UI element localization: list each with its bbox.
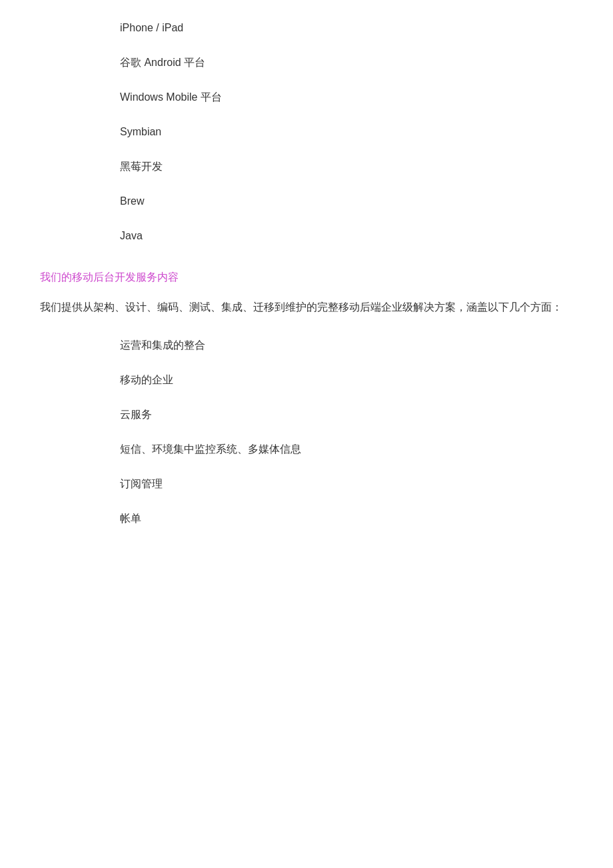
list-item: iPhone / iPad [120,20,573,36]
list-item: 云服务 [120,407,573,423]
service-list: 运营和集成的整合 移动的企业 云服务 短信、环境集中监控系统、多媒体信息 订阅管… [40,337,573,527]
list-item: Brew [120,193,573,209]
list-item: 运营和集成的整合 [120,337,573,353]
list-item: Windows Mobile 平台 [120,89,573,105]
list-item: Symbian [120,124,573,140]
list-item: Java [120,228,573,244]
list-item: 订阅管理 [120,476,573,492]
platform-list: iPhone / iPad 谷歌 Android 平台 Windows Mobi… [40,20,573,244]
list-item: 谷歌 Android 平台 [120,55,573,71]
list-item: 帐单 [120,511,573,527]
backend-description: 我们提供从架构、设计、编码、测试、集成、迁移到维护的完整移动后端企业级解决方案，… [40,298,573,317]
list-item: 短信、环境集中监控系统、多媒体信息 [120,441,573,457]
list-item: 移动的企业 [120,372,573,388]
list-item: 黑莓开发 [120,159,573,175]
backend-section-link[interactable]: 我们的移动后台开发服务内容 [40,271,573,285]
